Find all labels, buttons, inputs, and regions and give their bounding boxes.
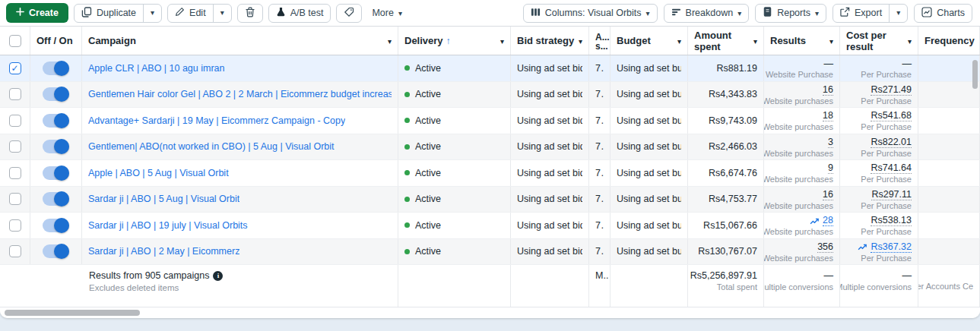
chevron-down-icon[interactable]	[579, 35, 582, 46]
row-checkbox[interactable]	[9, 219, 21, 232]
cost-per-result-cell: — Per Purchase	[840, 55, 918, 81]
campaign-link[interactable]: Gentlemen Hair color Gel | ABO 2 | 2 Mar…	[88, 89, 392, 99]
columns-button[interactable]: Columns: Visual Orbits	[523, 4, 658, 23]
info-icon[interactable]	[213, 271, 223, 281]
chevron-down-icon[interactable]	[753, 35, 757, 46]
cost-per-result-cell: Rs541.68 Per Purchase	[840, 108, 918, 134]
duplicate-icon	[81, 7, 92, 20]
campaign-link[interactable]: Gentlemen| ABO(not worked in CBO) | 5 Au…	[88, 141, 335, 152]
header-budget[interactable]: Budget	[611, 27, 688, 55]
ad-sets-cell: 7…	[589, 108, 611, 134]
summary-ad-sets-cell: M..	[589, 265, 611, 307]
edit-button[interactable]: Edit	[168, 5, 213, 22]
header-cost-per-result[interactable]: Cost per result	[840, 27, 918, 55]
campaign-toggle[interactable]	[43, 87, 69, 101]
campaign-toggle[interactable]	[43, 166, 69, 180]
amount-spent-cell: Rs4,753.77	[688, 187, 764, 213]
create-button[interactable]: Create	[6, 3, 68, 23]
delivery-cell: Active	[398, 187, 511, 213]
horizontal-scrollbar-thumb[interactable]	[5, 310, 140, 316]
export-button[interactable]: Export	[833, 5, 889, 22]
campaign-toggle[interactable]	[43, 114, 69, 128]
reports-button[interactable]: Reports	[755, 4, 826, 23]
duplicate-dropdown-caret[interactable]	[144, 5, 161, 22]
chevron-down-icon[interactable]	[500, 35, 504, 46]
header-bid-strategy[interactable]: Bid strategy	[511, 27, 589, 55]
campaign-link[interactable]: Apple | ABO | 5 Aug | Visual Orbit	[88, 168, 229, 178]
more-button[interactable]: More	[367, 4, 407, 23]
export-dropdown-caret[interactable]	[890, 5, 907, 22]
campaign-link[interactable]: Apple CLR | ABO | 10 agu imran	[88, 63, 225, 74]
chevron-down-icon[interactable]	[677, 35, 681, 46]
summary-delivery-cell	[398, 265, 511, 307]
header-campaign[interactable]: Campaign	[82, 27, 398, 55]
campaign-toggle[interactable]	[43, 61, 69, 75]
duplicate-button-group: Duplicate	[74, 4, 162, 23]
breakdown-button[interactable]: Breakdown	[664, 4, 750, 23]
header-frequency[interactable]: Frequency	[918, 27, 980, 55]
campaign-toggle[interactable]	[43, 244, 69, 258]
campaign-toggle[interactable]	[43, 192, 69, 206]
summary-amount-spent-cell: Rs5,256,897.91 Total spent	[688, 265, 764, 307]
results-cell: — Website Purchase	[764, 55, 840, 81]
table-body: Apple CLR | ABO | 10 agu imran Active Us…	[0, 55, 980, 265]
row-checkbox[interactable]	[9, 245, 21, 257]
trend-up-icon	[810, 218, 820, 225]
trend-up-icon	[858, 244, 867, 251]
row-checkbox-cell	[0, 239, 30, 265]
delivery-status: Active	[415, 220, 441, 231]
header-amount-spent[interactable]: Amount spent	[688, 27, 764, 55]
horizontal-scrollbar[interactable]	[0, 307, 980, 318]
header-ad-sets[interactable]: A... s...	[589, 27, 611, 55]
bid-strategy-cell: Using ad set bid…	[511, 187, 589, 213]
cost-per-result-cell: Rs822.01 Per Purchase	[840, 134, 918, 160]
active-status-dot	[404, 144, 410, 150]
charts-button[interactable]: Charts	[914, 4, 972, 23]
reports-icon	[763, 7, 772, 19]
campaign-toggle[interactable]	[43, 219, 69, 232]
delivery-status: Active	[415, 246, 441, 257]
row-checkbox[interactable]	[9, 88, 21, 100]
columns-button-label: Columns: Visual Orbits	[545, 8, 642, 18]
ad-sets-cell: 7…	[589, 55, 611, 81]
row-checkbox[interactable]	[9, 193, 21, 205]
delete-button[interactable]	[237, 4, 263, 23]
row-checkbox[interactable]	[9, 167, 21, 179]
ab-test-button[interactable]: A/B test	[268, 4, 331, 23]
chevron-down-icon[interactable]	[829, 35, 833, 46]
row-checkbox-cell	[0, 187, 30, 213]
campaign-cell: Sardar ji | ABO | 2 May | Eicommerz	[82, 239, 398, 265]
campaign-cell: Gentlemen Hair color Gel | ABO 2 | 2 Mar…	[82, 82, 398, 108]
duplicate-button[interactable]: Duplicate	[75, 5, 143, 22]
flask-icon	[276, 7, 286, 19]
row-checkbox-cell	[0, 108, 30, 134]
campaign-link[interactable]: Sardar ji | ABO | 19 july | Visual Orbit…	[88, 220, 248, 231]
table-row: Sardar ji | ABO | 5 Aug | Visual Orbit A…	[0, 187, 980, 213]
select-all-checkbox-cell	[0, 27, 30, 55]
row-toggle-cell	[30, 55, 82, 81]
active-status-dot	[404, 65, 410, 71]
edit-dropdown-caret[interactable]	[214, 5, 231, 22]
tag-button[interactable]	[336, 4, 362, 23]
row-checkbox[interactable]	[9, 140, 21, 153]
chevron-down-icon	[815, 8, 819, 18]
active-status-dot	[404, 92, 410, 97]
vertical-scrollbar-thumb[interactable]	[972, 60, 978, 89]
header-results[interactable]: Results	[764, 27, 840, 55]
select-all-checkbox[interactable]	[9, 35, 21, 47]
chevron-down-icon[interactable]	[388, 35, 392, 46]
header-delivery[interactable]: Delivery	[398, 27, 511, 55]
row-checkbox[interactable]	[9, 62, 21, 74]
campaign-link[interactable]: Sardar ji | ABO | 5 Aug | Visual Orbit	[88, 194, 239, 204]
amount-spent-cell: Rs6,674.76	[688, 160, 764, 186]
row-checkbox[interactable]	[9, 115, 21, 127]
row-checkbox-cell	[0, 160, 30, 186]
row-toggle-cell	[30, 239, 82, 265]
campaign-link[interactable]: Advantage+ Sardarji | 19 May | Eicommerz…	[88, 115, 345, 126]
chevron-down-icon[interactable]	[908, 35, 912, 46]
results-cell: 3 Website purchases	[764, 134, 840, 160]
campaign-link[interactable]: Sardar ji | ABO | 2 May | Eicommerz	[88, 246, 239, 257]
delivery-cell: Active	[398, 213, 511, 238]
campaign-toggle[interactable]	[43, 140, 69, 153]
budget-cell: Using ad set bu…	[611, 108, 688, 134]
